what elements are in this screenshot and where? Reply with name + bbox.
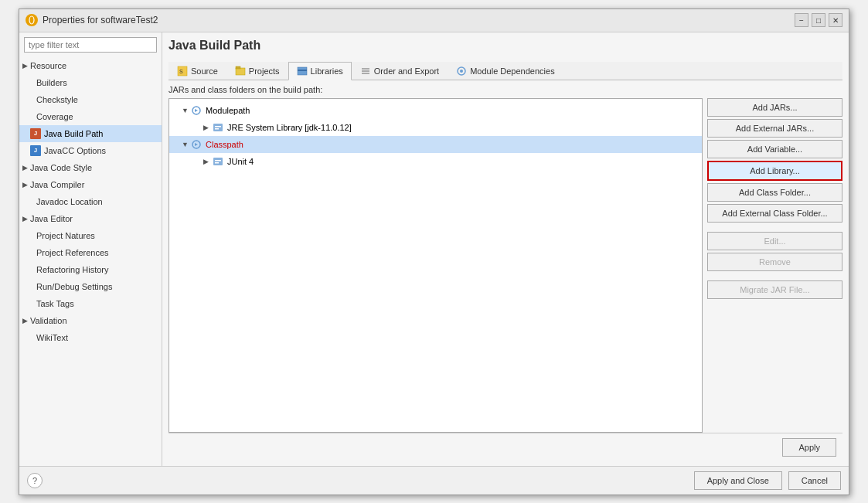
expand-arrow-compiler: ▶ [22,178,28,192]
tab-source[interactable]: S Source [168,62,226,80]
expand-arrow-editor: ▶ [22,212,28,226]
svg-point-0 [27,15,36,25]
maximize-button[interactable]: □ [812,13,825,27]
source-tab-icon: S [177,66,188,76]
expand-arrow-validation: ▶ [22,314,28,328]
minimize-button[interactable]: − [795,13,808,27]
add-external-class-folder-button[interactable]: Add External Class Folder... [707,204,842,223]
expand-arrow-resource: ▶ [22,59,28,73]
tabs-bar: S Source Projects [168,62,842,80]
main-area: ▶ Resource Builders Checkstyle Coverage … [19,32,849,466]
javacc-icon: J [30,145,41,156]
modulepath-icon [191,105,202,116]
classpath-icon [191,139,202,150]
sidebar-item-java-build-path[interactable]: J Java Build Path [19,125,162,142]
jre-library-icon [213,122,223,133]
sidebar-item-validation[interactable]: ▶ Validation [19,312,162,329]
sidebar-item-refactoring-history[interactable]: Refactoring History [19,261,162,278]
content-area: ▼ Modulepath ▶ [168,98,842,433]
add-variable-button[interactable]: Add Variable... [707,140,842,158]
title-controls: − □ ✕ [795,13,842,27]
svg-rect-15 [215,126,221,127]
tab-module-dependencies[interactable]: Module Dependencies [448,62,563,80]
title-bar: Properties for softwareTest2 − □ ✕ [19,9,849,32]
right-panel: Java Build Path S Source [162,32,849,466]
migrate-jar-button[interactable]: Migrate JAR File... [707,280,842,299]
tab-projects[interactable]: Projects [226,62,288,80]
svg-rect-7 [298,70,307,71]
sidebar-item-java-code-style[interactable]: ▶ Java Code Style [19,159,162,176]
sidebar-item-project-natures[interactable]: Project Natures [19,227,162,244]
sidebar-item-task-tags[interactable]: Task Tags [19,295,162,312]
projects-tab-icon [235,66,246,76]
sidebar-item-wikitext[interactable]: WikiText [19,329,162,346]
tree-item-classpath[interactable]: ▼ Classpath [169,136,702,153]
svg-rect-14 [213,124,223,131]
left-panel: ▶ Resource Builders Checkstyle Coverage … [19,32,162,466]
close-button[interactable]: ✕ [829,13,842,27]
svg-rect-19 [215,160,221,161]
expand-jre: ▶ [203,120,211,135]
apply-close-button[interactable]: Apply and Close [694,471,782,490]
junit-library-icon [213,156,223,167]
filter-input[interactable] [24,37,157,53]
svg-rect-18 [213,158,223,165]
expand-modulepath: ▼ [182,103,189,118]
expand-arrow-code-style: ▶ [22,161,28,175]
sidebar-item-project-references[interactable]: Project References [19,244,162,261]
tab-libraries[interactable]: Libraries [288,62,352,80]
svg-rect-4 [236,68,245,75]
remove-button[interactable]: Remove [707,253,842,271]
expand-classpath: ▼ [182,137,189,152]
svg-point-12 [460,70,463,73]
edit-button[interactable]: Edit... [707,232,842,250]
bottom-bar: Apply [168,433,842,460]
sidebar-item-java-editor[interactable]: ▶ Java Editor [19,210,162,227]
apply-button[interactable]: Apply [782,438,836,457]
sidebar-item-java-compiler[interactable]: ▶ Java Compiler [19,176,162,193]
window-title: Properties for softwareTest2 [43,15,158,25]
tree-item-junit4[interactable]: ▶ JUnit 4 [169,153,702,170]
libraries-tab-icon [297,66,308,76]
eclipse-icon [26,14,38,26]
panel-title: Java Build Path [168,39,842,56]
add-library-button[interactable]: Add Library... [707,161,842,181]
sidebar-item-run-debug-settings[interactable]: Run/Debug Settings [19,278,162,295]
add-jars-button[interactable]: Add JARs... [707,98,842,117]
java-build-path-icon: J [30,128,41,139]
sidebar-item-resource[interactable]: ▶ Resource [19,57,162,74]
help-button[interactable]: ? [27,473,43,488]
svg-rect-20 [215,162,219,164]
svg-rect-16 [215,128,219,130]
cancel-button[interactable]: Cancel [788,471,841,490]
add-class-folder-button[interactable]: Add Class Folder... [707,183,842,202]
nav-list: ▶ Resource Builders Checkstyle Coverage … [19,57,162,466]
sidebar-item-javadoc-location[interactable]: Javadoc Location [19,193,162,210]
svg-text:S: S [179,69,183,74]
expand-junit: ▶ [203,154,211,169]
tree-container[interactable]: ▼ Modulepath ▶ [168,98,703,433]
dialog-window: Properties for softwareTest2 − □ ✕ ▶ Res… [19,8,849,495]
footer-bar: ? Apply and Close Cancel [19,466,849,495]
title-bar-left: Properties for softwareTest2 [26,14,158,26]
description-text: JARs and class folders on the build path… [168,85,842,94]
btn-panel: Add JARs... Add External JARs... Add Var… [707,98,842,433]
tree-item-jre-system-library[interactable]: ▶ JRE System Library [jdk-11.0.12] [169,119,702,136]
sidebar-item-builders[interactable]: Builders [19,74,162,91]
sidebar-item-javacc-options[interactable]: J JavaCC Options [19,142,162,159]
order-export-tab-icon [360,66,371,76]
tree-item-modulepath[interactable]: ▼ Modulepath [169,102,702,119]
svg-rect-5 [236,66,240,69]
tab-order-export[interactable]: Order and Export [352,62,448,80]
sidebar-item-coverage[interactable]: Coverage [19,108,162,125]
sidebar-item-checkstyle[interactable]: Checkstyle [19,91,162,108]
module-dep-tab-icon [456,66,467,76]
add-external-jars-button[interactable]: Add External JARs... [707,119,842,138]
